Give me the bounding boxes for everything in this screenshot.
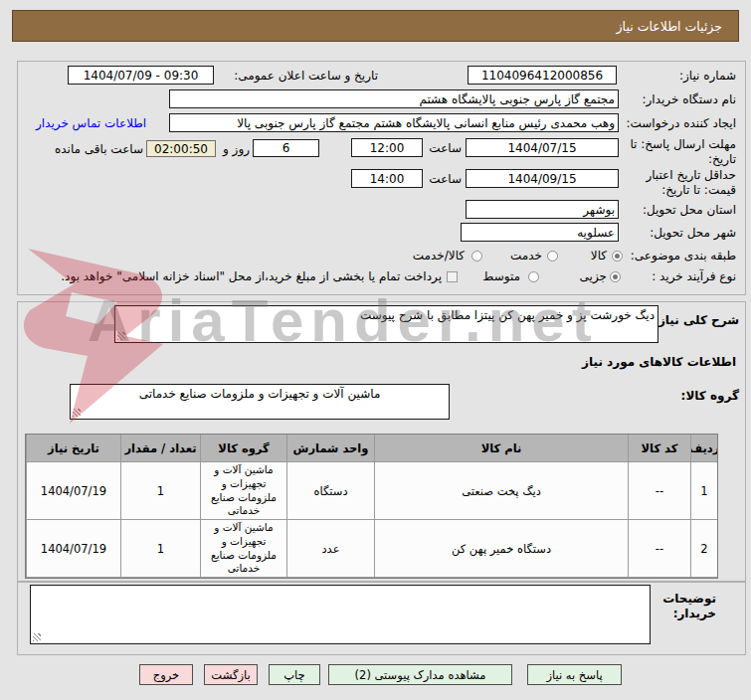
view-attached-docs-button[interactable]: مشاهده مدارک پیوستی (2) [328, 664, 512, 685]
radio-service[interactable] [547, 251, 558, 262]
radio-partial-label: جزیی [580, 269, 607, 284]
table-cell: 1 [690, 462, 717, 520]
table-cell: ماشین آلات و تجهیزات و ملزومات صنایع خدم… [200, 462, 286, 520]
reply-deadline-date-input[interactable]: 1404/07/15 [466, 138, 619, 157]
province-input[interactable]: بوشهر [466, 200, 619, 219]
remaining-time-label: ساعت باقی مانده [55, 142, 143, 157]
need-number-label: شماره نیاز: [679, 69, 736, 84]
remaining-days-box: 6 [253, 139, 319, 157]
remaining-days-label: روز و [223, 142, 250, 157]
back-button[interactable]: بازگشت [204, 664, 258, 685]
table-cell: ماشین آلات و تجهیزات و ملزومات صنایع خدم… [200, 520, 286, 578]
classification-label: طبقه بندی موضوعی: [631, 249, 736, 263]
buyer-comments-textarea[interactable] [30, 585, 651, 644]
need-desc-text: دیگ خورشت پز و خمیر پهن کن پیتزا مطابق ب… [360, 308, 655, 322]
table-cell: 1404/07/19 [26, 520, 120, 578]
goods-group-textarea[interactable]: ماشین آلات و تجهیزات و ملزومات صنایع خدم… [70, 384, 450, 420]
buyer-contact-link[interactable]: اطلاعات تماس خریدار [36, 116, 146, 130]
province-label: استان محل تحویل: [643, 203, 736, 218]
col-header-goods-group: گروه کالا [200, 435, 286, 462]
table-cell: 1 [120, 462, 200, 520]
print-button[interactable]: چاپ [269, 664, 320, 685]
goods-group-label: گروه کالا: [681, 389, 739, 404]
request-creator-input[interactable]: وهب محمدی رئیس منابع انسانی پالایشگاه هش… [169, 113, 619, 132]
radio-goods-service-label: کالا/خدمت [413, 249, 465, 263]
window-title-bar: جزئیات اطلاعات نیاز [12, 10, 739, 42]
resize-handle-icon[interactable] [73, 409, 81, 417]
table-cell: -- [628, 462, 690, 520]
remaining-time-box: 02:00:50 [146, 140, 216, 157]
goods-table: ردیف کد کالا نام کالا واحد شمارش گروه کا… [25, 434, 718, 579]
radio-goods-service[interactable] [471, 251, 482, 262]
goods-section-header: اطلاعات کالاهای مورد نیاز [582, 355, 736, 370]
need-details-window: جزئیات اطلاعات نیاز شماره نیاز: 11040964… [0, 0, 751, 700]
request-creator-label: ایجاد کننده درخواست: [626, 116, 736, 131]
reply-deadline-time-input[interactable]: 12:00 [351, 138, 423, 157]
table-cell: دیگ پخت صنعتی [374, 462, 628, 520]
price-validity-label: حداقل تاریخ اعتبار قیمت: تا تاریخ: [617, 168, 736, 198]
radio-goods[interactable] [612, 251, 623, 262]
radio-medium[interactable] [528, 271, 539, 282]
exit-button[interactable]: خروج [139, 664, 193, 685]
process-type-label: نوع فرآیند خرید : [652, 269, 736, 284]
reply-to-need-button[interactable]: پاسخ به نیاز [527, 664, 622, 685]
buyer-comments-label: توضیحات خریدار: [655, 592, 716, 621]
col-header-goods-code: کد کالا [628, 435, 690, 462]
radio-service-label: خدمت [510, 249, 542, 263]
radio-goods-label: کالا [591, 249, 607, 263]
radio-partial[interactable] [610, 271, 621, 282]
radio-medium-label: متوسط [482, 269, 520, 284]
table-cell: عدد [286, 520, 374, 578]
need-desc-label: شرح کلی نیاز: [654, 313, 739, 328]
resize-handle-icon[interactable] [33, 633, 41, 641]
table-cell: 1 [120, 520, 200, 578]
treasury-checkbox-label: پرداخت تمام یا بخشی از مبلغ خرید،از محل … [61, 269, 442, 284]
goods-group-text: ماشین آلات و تجهیزات و ملزومات صنایع خدم… [139, 387, 381, 401]
need-desc-textarea[interactable]: دیگ خورشت پز و خمیر پهن کن پیتزا مطابق ب… [114, 305, 658, 343]
col-header-need-date: تاریخ نیاز [26, 435, 120, 462]
resize-handle-icon[interactable] [117, 332, 125, 340]
col-header-quantity: تعداد / مقدار [120, 435, 200, 462]
need-number-input[interactable]: 1104096412000856 [468, 66, 617, 85]
buyer-org-input[interactable]: مجتمع گاز پارس جنوبی پالایشگاه هشتم [169, 89, 619, 108]
announce-datetime-label: تاریخ و ساعت اعلان عمومی: [234, 69, 378, 84]
table-cell: دستگاه [286, 462, 374, 520]
table-cell: 2 [690, 520, 717, 578]
table-cell: 1404/07/19 [26, 462, 120, 520]
table-cell: -- [628, 520, 690, 578]
col-header-unit: واحد شمارش [286, 435, 374, 462]
page-title: جزئیات اطلاعات نیاز [617, 19, 722, 34]
col-header-goods-name: نام کالا [374, 435, 628, 462]
city-label: شهر محل تحویل: [650, 226, 736, 241]
treasury-checkbox[interactable] [447, 271, 458, 282]
city-input[interactable]: عسلویه [461, 223, 619, 242]
price-validity-hour-label: ساعت [429, 172, 462, 187]
reply-deadline-label: مهلت ارسال پاسخ: تا تاریخ: [625, 137, 736, 167]
col-header-row-number: ردیف [690, 435, 717, 462]
price-validity-time-input[interactable]: 14:00 [351, 169, 423, 188]
table-cell: دستگاه خمیر پهن کن [374, 520, 628, 578]
buyer-org-label: نام دستگاه خریدار: [643, 92, 737, 107]
price-validity-date-input[interactable]: 1404/09/15 [466, 169, 619, 188]
reply-deadline-hour-label: ساعت [429, 141, 462, 156]
announce-datetime-input[interactable]: 1404/07/09 - 09:30 [68, 66, 214, 85]
